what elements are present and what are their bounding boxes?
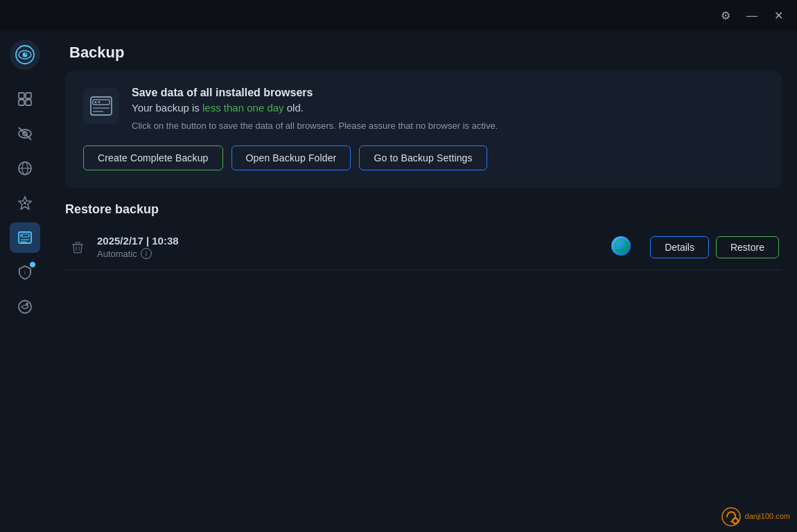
watermark-text: danji100.com <box>745 512 790 521</box>
svg-point-22 <box>26 303 28 305</box>
info-description: Click on the button to save the data of … <box>132 119 764 133</box>
shield-badge <box>29 261 36 268</box>
svg-rect-4 <box>19 93 24 98</box>
subtitle-prefix: Your backup is <box>132 102 202 114</box>
sidebar-item-browser-privacy[interactable] <box>10 292 40 322</box>
sidebar-item-clean[interactable] <box>10 188 40 218</box>
info-section: Save data of all installed browsers Your… <box>83 87 764 133</box>
sidebar-item-globe[interactable] <box>10 153 40 184</box>
subtitle-highlight: less than one day <box>202 102 284 114</box>
info-card: Save data of all installed browsers Your… <box>65 71 782 188</box>
sidebar-item-dashboard[interactable] <box>10 84 40 114</box>
browser-icon-edge <box>610 235 632 260</box>
svg-rect-6 <box>19 100 24 105</box>
info-title: Save data of all installed browsers <box>132 87 764 99</box>
svg-rect-7 <box>26 100 31 105</box>
close-button[interactable]: ✕ <box>768 6 789 26</box>
svg-rect-5 <box>26 93 31 98</box>
svg-text:i: i <box>24 269 26 276</box>
info-subtitle: Your backup is less than one day old. <box>132 102 764 114</box>
backup-type: Automatic i <box>97 248 600 259</box>
svg-point-35 <box>733 520 737 523</box>
page-title: Backup <box>69 44 124 61</box>
backup-actions: Details Restore <box>650 236 779 258</box>
svg-point-25 <box>95 101 97 103</box>
backup-datetime: 2025/2/17 | 10:38 <box>97 235 600 247</box>
svg-point-21 <box>19 301 31 313</box>
backup-type-label: Automatic <box>97 249 137 259</box>
sidebar-item-privacy[interactable] <box>10 118 40 149</box>
sidebar-item-shield[interactable]: i <box>10 257 40 287</box>
svg-point-2 <box>23 53 28 57</box>
sidebar: i <box>0 31 50 532</box>
create-backup-button[interactable]: Create Complete Backup <box>83 145 223 170</box>
open-folder-button[interactable]: Open Backup Folder <box>231 145 351 170</box>
action-buttons: Create Complete Backup Open Backup Folde… <box>83 145 764 170</box>
svg-point-3 <box>25 53 26 55</box>
main-content: Backup Save data of all installed browse… <box>50 31 797 532</box>
title-bar: ⚙ — ✕ <box>0 0 797 31</box>
info-text-block: Save data of all installed browsers Your… <box>132 87 764 133</box>
restore-button[interactable]: Restore <box>716 236 779 258</box>
backup-icon-container <box>83 88 119 124</box>
restore-section: Restore backup 2025/2/17 | 10:38 Automat… <box>50 188 797 270</box>
app-logo <box>10 39 40 70</box>
restore-title: Restore backup <box>65 202 782 217</box>
svg-point-17 <box>21 235 23 236</box>
backup-row: 2025/2/17 | 10:38 Automatic i <box>65 228 782 270</box>
backup-meta: 2025/2/17 | 10:38 Automatic i <box>97 235 600 259</box>
svg-point-26 <box>98 101 100 103</box>
watermark: danji100.com <box>721 507 790 526</box>
minimize-button[interactable]: — <box>742 6 762 26</box>
go-settings-button[interactable]: Go to Backup Settings <box>359 145 487 170</box>
sidebar-item-backup[interactable] <box>10 222 40 253</box>
svg-point-14 <box>24 202 26 204</box>
title-bar-controls: ⚙ — ✕ <box>715 6 789 26</box>
delete-backup-button[interactable] <box>68 238 87 257</box>
settings-button[interactable]: ⚙ <box>715 6 736 26</box>
info-icon[interactable]: i <box>141 248 152 259</box>
watermark-icon <box>721 507 741 526</box>
details-button[interactable]: Details <box>650 236 709 258</box>
page-header: Backup <box>50 31 797 71</box>
subtitle-suffix: old. <box>284 102 304 114</box>
